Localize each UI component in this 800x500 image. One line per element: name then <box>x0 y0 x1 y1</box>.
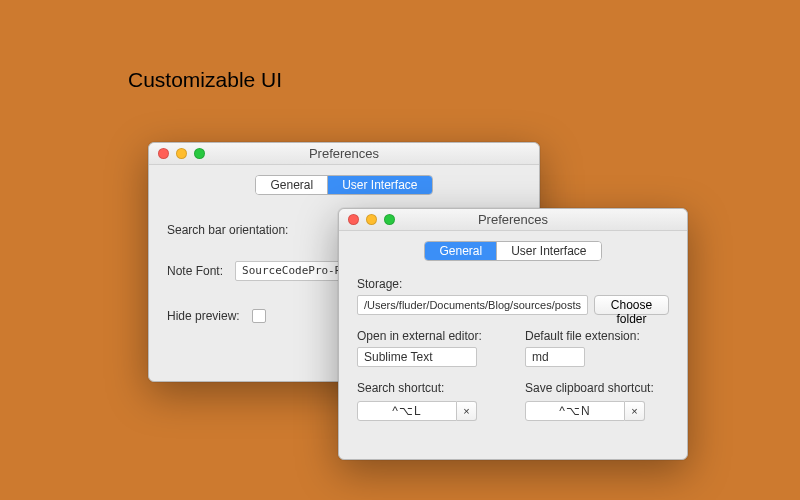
minimize-icon[interactable] <box>366 214 377 225</box>
hide-preview-checkbox[interactable] <box>252 309 266 323</box>
tab-bar: General User Interface <box>339 231 687 269</box>
search-shortcut-label: Search shortcut: <box>357 381 501 395</box>
zoom-icon[interactable] <box>384 214 395 225</box>
tab-segmented-control: General User Interface <box>255 175 432 195</box>
open-editor-label: Open in external editor: <box>357 329 501 343</box>
search-orientation-label: Search bar orientation: <box>167 223 288 237</box>
tab-segmented-control: General User Interface <box>424 241 601 261</box>
tab-user-interface[interactable]: User Interface <box>327 176 431 194</box>
zoom-icon[interactable] <box>194 148 205 159</box>
tab-user-interface[interactable]: User Interface <box>496 242 600 260</box>
page-title: Customizable UI <box>128 68 282 92</box>
minimize-icon[interactable] <box>176 148 187 159</box>
hide-preview-label: Hide preview: <box>167 309 240 323</box>
default-ext-label: Default file extension: <box>525 329 669 343</box>
traffic-lights <box>158 148 205 159</box>
save-shortcut-label: Save clipboard shortcut: <box>525 381 669 395</box>
save-shortcut-field[interactable]: ^⌥N <box>525 401 625 421</box>
tab-bar: General User Interface <box>149 165 539 203</box>
default-ext-field[interactable]: md <box>525 347 585 367</box>
note-font-label: Note Font: <box>167 264 223 278</box>
close-icon[interactable] <box>158 148 169 159</box>
storage-path-field[interactable]: /Users/fluder/Documents/Blog/sources/pos… <box>357 295 588 315</box>
save-shortcut-control: ^⌥N × <box>525 401 645 421</box>
close-icon[interactable] <box>348 214 359 225</box>
open-editor-field[interactable]: Sublime Text <box>357 347 477 367</box>
window-body: Storage: /Users/fluder/Documents/Blog/so… <box>339 269 687 437</box>
titlebar[interactable]: Preferences <box>339 209 687 231</box>
tab-general[interactable]: General <box>425 242 496 260</box>
tab-general[interactable]: General <box>256 176 327 194</box>
storage-label: Storage: <box>357 277 669 291</box>
titlebar[interactable]: Preferences <box>149 143 539 165</box>
traffic-lights <box>348 214 395 225</box>
preferences-window-general: Preferences General User Interface Stora… <box>338 208 688 460</box>
choose-folder-button[interactable]: Choose folder <box>594 295 669 315</box>
search-shortcut-field[interactable]: ^⌥L <box>357 401 457 421</box>
clear-shortcut-button[interactable]: × <box>625 401 645 421</box>
search-shortcut-control: ^⌥L × <box>357 401 477 421</box>
clear-shortcut-button[interactable]: × <box>457 401 477 421</box>
window-title: Preferences <box>149 146 539 161</box>
